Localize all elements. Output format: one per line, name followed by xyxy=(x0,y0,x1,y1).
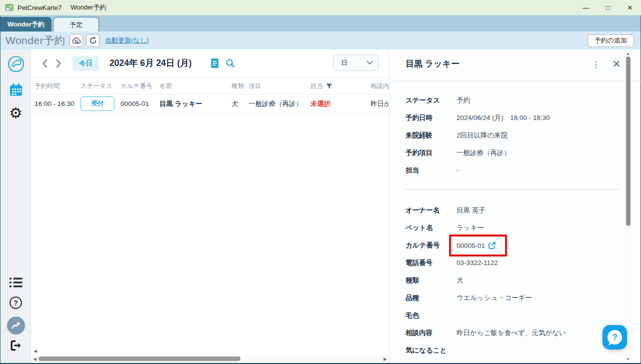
row-karte-no: 00005-01 xyxy=(120,94,160,113)
field-phone: 電話番号 03-3322-1122 xyxy=(390,254,624,272)
row-species: 犬 xyxy=(232,94,248,113)
scroll-left-arrow[interactable]: ◀ xyxy=(33,356,36,362)
tab-strip: Wonder予約 予定 xyxy=(0,16,640,32)
view-mode-value: 日 xyxy=(341,58,348,68)
external-link-icon[interactable] xyxy=(488,242,496,250)
app-icon xyxy=(5,4,14,12)
field-reservation-item: 予約項目 一般診療（再診） xyxy=(390,144,624,162)
prev-day-button[interactable] xyxy=(39,58,50,70)
vertical-scrollbar[interactable]: ▲ ▼ xyxy=(624,50,632,363)
col-header-item: 項目 xyxy=(248,78,310,94)
detail-title: 目黒 ラッキー xyxy=(406,58,460,70)
row-item: 一般診療（再診） xyxy=(248,94,310,113)
list-icon[interactable] xyxy=(0,277,31,288)
col-header-species: 種類 xyxy=(232,78,248,94)
table-scroll-left-icon[interactable]: ◀ xyxy=(34,348,37,354)
cloud-sync-button[interactable] xyxy=(70,34,83,47)
karte-no-highlight-box: 00005-01 xyxy=(449,234,507,256)
field-staff: 担当 - xyxy=(390,162,624,179)
col-header-consult: 相談内容 xyxy=(370,78,389,94)
app-body: ⚙ ? xyxy=(0,50,640,363)
filter-funnel-icon[interactable] xyxy=(326,84,332,89)
reservation-list-area: 今日 2024年 6月 24日 (月) 日 xyxy=(32,50,389,363)
window-frame: Wonder予約 予定 Wonder予約 自動更新(なし) 予約の追加 xyxy=(0,16,641,364)
karte-no-value: 00005-01 xyxy=(456,242,485,250)
clinic-logo-icon[interactable] xyxy=(0,55,31,73)
current-date-label: 2024年 6月 24日 (月) xyxy=(110,57,192,69)
settings-gear-icon[interactable]: ⚙ xyxy=(0,106,31,120)
add-reservation-button[interactable]: 予約の追加 xyxy=(588,34,634,47)
section-divider xyxy=(404,189,620,190)
field-pet-name: ペット名 ラッキー xyxy=(390,219,624,236)
date-toolbar: 今日 2024年 6月 24日 (月) 日 xyxy=(32,50,389,78)
logout-icon[interactable] xyxy=(0,340,31,351)
field-datetime: 予約日時 2024/06/24 (月) 16:00 - 16:30 xyxy=(390,109,624,126)
reservation-row[interactable]: 16:00 - 16:30 受付 00005-01 目黒 ラッキー 犬 一般診療… xyxy=(32,94,389,114)
horizontal-scrollbar[interactable]: ◀ ▶ xyxy=(32,355,389,362)
detail-panel: 目黒 ラッキー ⋮ ✕ ステータス 予約 予約日時 2024/06/24 (月)… xyxy=(389,50,640,363)
sidebar: ⚙ ? xyxy=(0,50,31,363)
help-circle-icon[interactable]: ? xyxy=(0,296,31,309)
tab-wonder-reservation[interactable]: Wonder予約 xyxy=(0,17,52,32)
refresh-icon xyxy=(89,36,97,44)
window-controls: — □ ✕ xyxy=(575,0,641,16)
status-button[interactable]: 受付 xyxy=(80,96,114,111)
search-icon[interactable] xyxy=(226,58,235,68)
field-status: ステータス 予約 xyxy=(390,92,624,109)
field-coat-color: 毛色 xyxy=(390,306,624,324)
app-window: PetCrewKarte7 Wonder予約 — □ ✕ Wonder予約 予定… xyxy=(0,0,641,364)
page-title: Wonder予約 xyxy=(6,34,65,48)
view-mode-select[interactable]: 日 xyxy=(333,54,378,71)
minimize-button[interactable]: — xyxy=(575,0,597,16)
field-breed: 品種 ウエルッシュ・コーギー xyxy=(390,289,624,306)
refresh-button[interactable] xyxy=(86,34,100,47)
field-karte-no: カルテ番号 xyxy=(390,236,624,254)
calendar-icon[interactable] xyxy=(0,82,31,98)
table-header-row: 予約時間 ステータス カルテ番号 名前 種類 項目 担当 相談内容 xyxy=(32,78,389,94)
field-concerns: 気になること xyxy=(390,342,624,359)
titlebar-app-name: PetCrewKarte7 xyxy=(18,4,62,12)
titlebar-doc-name: Wonder予約 xyxy=(70,3,106,12)
tab-schedule[interactable]: 予定 xyxy=(53,17,99,32)
row-pet-name: 目黒 ラッキー xyxy=(160,94,232,113)
cloud-sync-icon xyxy=(72,36,82,44)
panel-close-icon[interactable]: ✕ xyxy=(610,56,624,72)
chevron-down-icon xyxy=(366,60,373,65)
field-species: 種類 犬 xyxy=(390,272,624,289)
col-header-name: 名前 xyxy=(160,78,232,94)
maximize-button[interactable]: □ xyxy=(597,0,619,16)
help-fab-button[interactable]: ? xyxy=(602,325,627,350)
col-header-karte-no: カルテ番号 xyxy=(120,78,160,94)
auto-update-link[interactable]: 自動更新(なし) xyxy=(105,36,148,45)
scroll-right-arrow[interactable]: ▶ xyxy=(384,356,387,362)
field-owner-name: オーナー名 目黒 英子 xyxy=(390,202,624,219)
row-staff: 未選択 xyxy=(310,94,370,113)
document-icon[interactable] xyxy=(210,58,219,68)
close-button[interactable]: ✕ xyxy=(619,0,641,16)
next-day-button[interactable] xyxy=(53,58,64,70)
scroll-up-arrow[interactable]: ▲ xyxy=(626,52,630,56)
vertical-scroll-thumb[interactable] xyxy=(626,56,630,226)
col-header-time: 予約時間 xyxy=(34,78,80,94)
more-menu-icon[interactable]: ⋮ xyxy=(590,58,602,71)
header-band: Wonder予約 自動更新(なし) 予約の追加 xyxy=(0,32,640,50)
field-consultation: 相談内容 昨日からご飯を食べず、元気がない xyxy=(390,324,624,342)
row-time: 16:00 - 16:30 xyxy=(34,94,80,113)
col-header-staff: 担当 xyxy=(310,78,370,94)
titlebar: PetCrewKarte7 Wonder予約 — □ ✕ xyxy=(0,0,641,16)
row-consult: 昨日か xyxy=(370,94,389,113)
today-button[interactable]: 今日 xyxy=(72,56,99,71)
horizontal-scroll-thumb[interactable] xyxy=(38,356,240,361)
col-header-status: ステータス xyxy=(80,78,120,94)
scroll-down-arrow[interactable]: ▼ xyxy=(626,357,630,362)
row-status-cell: 受付 xyxy=(80,94,120,113)
analytics-icon[interactable] xyxy=(0,316,31,334)
detail-panel-header: 目黒 ラッキー ⋮ ✕ xyxy=(390,50,641,82)
field-visit-experience: 来院経験 2回目以降の来院 xyxy=(390,126,624,144)
help-bubble-icon: ? xyxy=(608,330,622,344)
